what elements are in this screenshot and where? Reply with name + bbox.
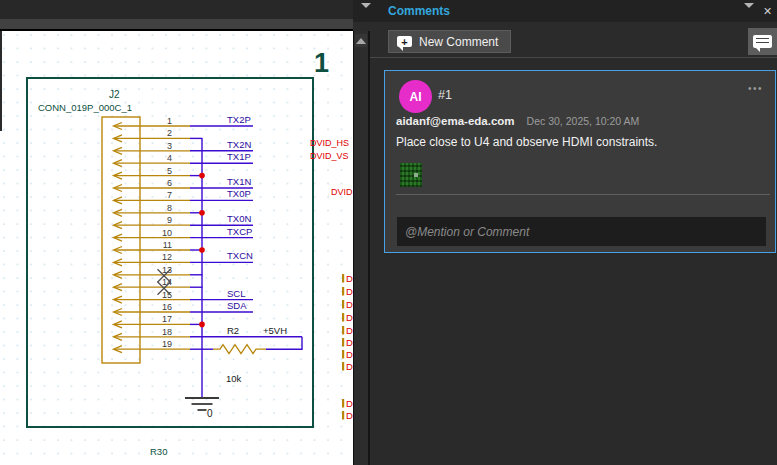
comment-id: #1 — [438, 88, 452, 102]
clipped-offpage-label: D — [346, 312, 353, 323]
connector-refdes: J2 — [109, 89, 120, 100]
comment-card[interactable]: AI #1 ••• aidanf@ema-eda.com Dec 30, 202… — [384, 70, 776, 253]
net-label: TX0N — [227, 213, 251, 224]
pin-number: 16 — [162, 302, 172, 312]
clipped-offpage-label: D — [346, 273, 353, 284]
pin-number: 5 — [167, 166, 172, 176]
comment-divider — [396, 194, 770, 195]
clipped-wire-stub — [342, 338, 344, 347]
clipped-offpage-label: D — [346, 325, 353, 336]
schematic-left-edge — [0, 31, 2, 131]
comment-author-email: aidanf@ema-eda.com — [396, 115, 515, 127]
schematic-window-header — [0, 0, 353, 19]
pin-number: 2 — [167, 128, 172, 138]
clipped-offpage-label: D — [346, 410, 353, 421]
pin-number: 3 — [167, 141, 172, 151]
offpage-label: DVID — [331, 187, 353, 197]
pin-number: 11 — [163, 240, 172, 250]
clipped-offpage-label: D — [346, 361, 353, 372]
pin-number: 18 — [162, 327, 172, 337]
clipped-offpage-label: D — [346, 286, 353, 297]
pin-number: 7 — [167, 190, 172, 200]
pin-number: 12 — [162, 252, 172, 262]
net-label: TX2P — [227, 114, 251, 125]
app-window: 1J2CONN_019P_000C_11TX2P23TX2N4TX1P56TX1… — [0, 0, 777, 465]
junction-dot — [199, 210, 205, 216]
net-label: SDA — [227, 300, 247, 311]
clipped-wire-stub — [342, 411, 344, 420]
clipped-wire-stub — [342, 326, 344, 335]
panel-collapse-left-button[interactable] — [361, 8, 371, 26]
clipped-wire-stub — [342, 300, 344, 309]
panel-collapse-button[interactable] — [744, 8, 754, 26]
toggle-comments-button[interactable] — [748, 28, 777, 55]
comments-panel-title: Comments — [388, 4, 450, 19]
page-number: 1 — [314, 48, 329, 78]
clipped-offpage-label: D — [346, 398, 353, 409]
comment-timestamp: Dec 30, 2025, 10:20 AM — [527, 115, 640, 127]
connector-part-value: CONN_019P_000C_1 — [38, 102, 132, 113]
schematic-vertical-scrollbar[interactable] — [353, 31, 368, 465]
comment-plus-icon: + — [397, 36, 412, 47]
chevron-down-icon — [744, 3, 754, 25]
clipped-offpage-label: D — [346, 337, 353, 348]
net-label: SCL — [227, 288, 245, 299]
comment-bubble-icon — [753, 35, 772, 48]
resistor-refdes: R2 — [227, 325, 239, 336]
offpage-label: DVID_HS — [310, 138, 349, 148]
clipped-wire-stub — [342, 274, 344, 283]
junction-dot — [199, 247, 205, 253]
power-net-label: +5VH — [263, 325, 287, 336]
net-label: TX2N — [227, 139, 251, 150]
avatar: AI — [399, 80, 432, 113]
pin-number: 10 — [162, 228, 172, 238]
pin-number: 6 — [167, 178, 172, 188]
net-label: TXCP — [227, 226, 252, 237]
reply-input[interactable] — [396, 216, 767, 247]
clipped-wire-stub — [342, 313, 344, 322]
junction-dot — [199, 322, 205, 328]
pin-number: 19 — [162, 339, 172, 349]
clipped-offpage-label: D — [346, 299, 353, 310]
comment-meta: aidanf@ema-eda.com Dec 30, 2025, 10:20 A… — [396, 115, 639, 127]
pin-number: 17 — [162, 314, 172, 324]
net-label: TX1N — [227, 176, 251, 187]
clipped-wire-stub — [342, 399, 344, 408]
resistor-value: 10k — [226, 373, 242, 384]
new-comment-label: New Comment — [419, 35, 498, 49]
net-label: TXCN — [227, 250, 253, 261]
clipped-offpage-label: D — [346, 349, 353, 360]
pin-number: 8 — [167, 203, 172, 213]
pin-number: 9 — [167, 215, 172, 225]
comment-body: Place close to U4 and observe HDMI const… — [396, 135, 657, 149]
clipped-wire-stub — [342, 350, 344, 359]
junction-dot — [199, 173, 205, 179]
schematic-canvas[interactable]: 1J2CONN_019P_000C_11TX2P23TX2N4TX1P56TX1… — [0, 31, 353, 465]
chevron-down-icon — [361, 3, 371, 25]
schematic-window-subheader — [0, 19, 353, 29]
grid-dots — [0, 31, 353, 465]
panel-close-button[interactable]: ✕ — [763, 4, 772, 18]
bottom-refdes: R30 — [150, 446, 167, 457]
pin-number: 1 — [167, 116, 172, 126]
net-label: TX0P — [227, 188, 251, 199]
comment-more-button[interactable]: ••• — [748, 83, 763, 94]
offpage-label: DVID_VS — [310, 151, 349, 161]
net-label: TX1P — [227, 151, 251, 162]
scroll-up-icon — [356, 38, 366, 44]
comment-attachment-thumbnail[interactable] — [400, 163, 422, 187]
clipped-wire-stub — [342, 287, 344, 296]
ground-net-label: 0 — [207, 408, 213, 419]
pin-number: 4 — [167, 153, 172, 163]
clipped-wire-stub — [342, 362, 344, 371]
new-comment-button[interactable]: + New Comment — [388, 30, 511, 53]
scroll-up-button[interactable] — [355, 34, 367, 47]
